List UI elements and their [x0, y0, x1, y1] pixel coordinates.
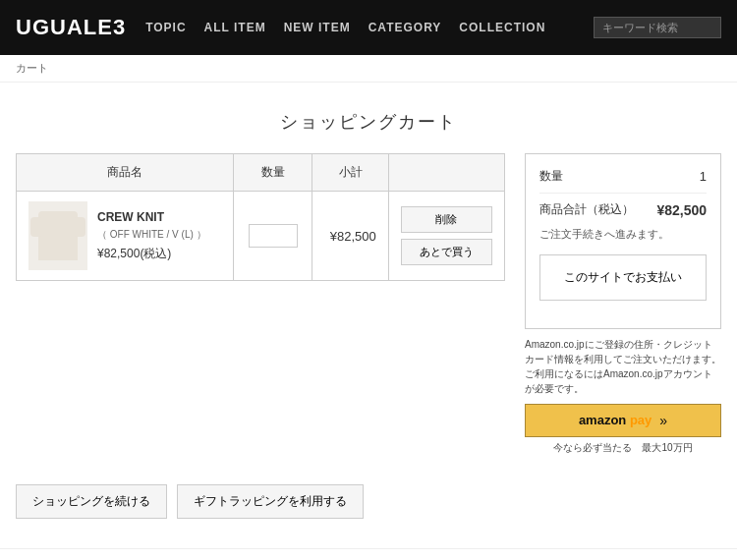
header: UGUALE3 TOPIC ALL ITEM NEW ITEM CATEGORY… — [0, 0, 737, 55]
delete-button[interactable]: 削除 — [401, 206, 492, 233]
product-name: CREW KNIT — [97, 210, 206, 224]
total-summary-row: 商品合計（税込） ¥82,500 — [539, 201, 707, 218]
nav-topic[interactable]: TOPIC — [145, 21, 186, 34]
amazon-logo: amazon pay — [579, 413, 652, 427]
col-qty: 数量 — [233, 154, 312, 192]
qty-summary-label: 数量 — [539, 168, 563, 185]
nav-new-item[interactable]: NEW ITEM — [284, 21, 351, 34]
total-label: 商品合計（税込） — [539, 201, 634, 218]
amazon-pay-button[interactable]: amazon pay » — [525, 404, 721, 437]
main-nav: TOPIC ALL ITEM NEW ITEM CATEGORY COLLECT… — [145, 21, 594, 34]
product-variant: （ OFF WHITE / V (L) ） — [97, 228, 206, 242]
total-value: ¥82,500 — [656, 202, 707, 218]
gift-wrapping-button[interactable]: ギフトラッピングを利用する — [177, 484, 364, 519]
search-form — [594, 17, 721, 38]
product-price: ¥82,500(税込) — [97, 246, 206, 262]
qty-summary-row: 数量 1 — [539, 168, 707, 185]
proceed-note: ご注文手続きへ進みます。 — [539, 226, 707, 243]
page-title: ショッピングカート — [0, 83, 737, 153]
amazon-arrow-icon: » — [659, 413, 667, 428]
qty-cell: 1 — [233, 192, 312, 281]
main-content: 商品名 数量 小計 CREW KNIT — [0, 153, 737, 484]
nav-all-item[interactable]: ALL ITEM — [204, 21, 266, 34]
bottom-actions: ショッピングを続ける ギフトラッピングを利用する — [0, 484, 737, 548]
site-logo[interactable]: UGUALE3 — [16, 15, 126, 40]
recently-viewed-section: 最近チェックした商品 — [0, 548, 737, 561]
breadcrumb: カート — [0, 55, 737, 83]
amazon-description: Amazon.co.jpにご登録の住所・クレジットカード情報を利用してご注文いた… — [525, 337, 721, 396]
amazon-promo: 今なら必ず当たる 最大10万円 — [525, 441, 721, 455]
continue-shopping-button[interactable]: ショッピングを続ける — [16, 484, 167, 519]
cart-table: 商品名 数量 小計 CREW KNIT — [16, 153, 505, 281]
summary-box: 数量 1 商品合計（税込） ¥82,500 ご注文手続きへ進みます。 このサイト… — [525, 153, 721, 329]
product-info: CREW KNIT （ OFF WHITE / V (L) ） ¥82,500(… — [97, 210, 206, 262]
order-summary: 数量 1 商品合計（税込） ¥82,500 ご注文手続きへ進みます。 このサイト… — [525, 153, 721, 455]
product-cell: CREW KNIT （ OFF WHITE / V (L) ） ¥82,500(… — [17, 192, 234, 281]
subtotal-cell: ¥82,500 — [312, 192, 388, 281]
table-row: CREW KNIT （ OFF WHITE / V (L) ） ¥82,500(… — [17, 192, 505, 281]
summary-divider — [539, 193, 707, 194]
action-cell: 削除 あとで買う — [388, 192, 504, 281]
buy-later-button[interactable]: あとで買う — [401, 239, 492, 265]
cart-section: 商品名 数量 小計 CREW KNIT — [16, 153, 505, 455]
nav-category[interactable]: CATEGORY — [368, 21, 442, 34]
col-product: 商品名 — [17, 154, 234, 192]
search-input[interactable] — [594, 17, 721, 38]
nav-collection[interactable]: COLLECTION — [459, 21, 545, 34]
product-thumbnail — [38, 211, 78, 260]
col-subtotal: 小計 — [312, 154, 388, 192]
amazon-section: Amazon.co.jpにご登録の住所・クレジットカード情報を利用してご注文いた… — [525, 337, 721, 455]
product-image — [28, 201, 87, 270]
qty-summary-value: 1 — [700, 169, 707, 184]
col-actions — [388, 154, 504, 192]
checkout-button[interactable]: このサイトでお支払い — [539, 254, 707, 301]
qty-input[interactable]: 1 — [249, 224, 298, 248]
